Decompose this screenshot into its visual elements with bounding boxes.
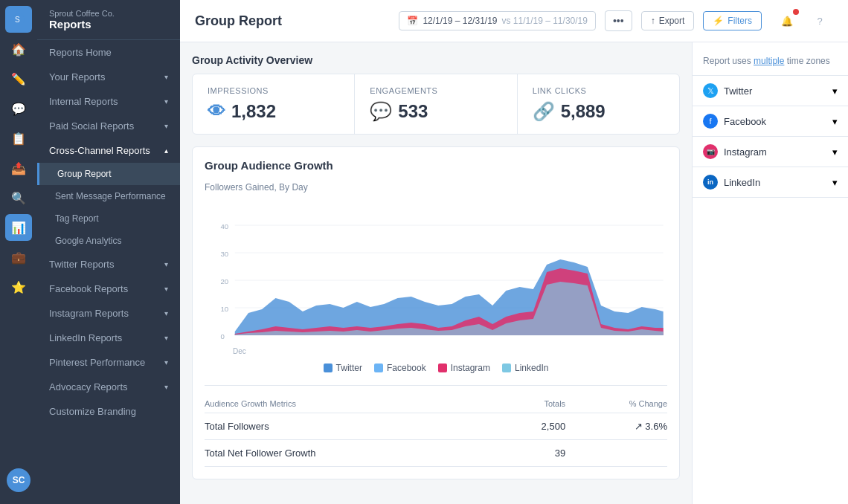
svg-text:18: 18 [462, 342, 469, 343]
link-clicks-value: 🔗 5,889 [533, 101, 664, 122]
sidebar-item-advocacy-reports[interactable]: Advocacy Reports ▾ [37, 375, 180, 399]
chart-legend: Twitter Facebook Instagram LinkedIn [205, 363, 667, 373]
legend-dot-facebook [374, 364, 383, 372]
svg-text:25: 25 [557, 342, 565, 343]
chevron-icon: ▾ [832, 146, 838, 158]
rail-publish-icon[interactable]: 📤 [5, 155, 32, 181]
export-icon: ↑ [651, 16, 655, 26]
rail-compose-icon[interactable]: ✏️ [5, 65, 32, 92]
audience-metrics-section: Audience Growth Metrics Totals % Change … [205, 385, 667, 467]
chevron-icon: ▾ [164, 122, 168, 130]
rail-reports-icon[interactable]: 📊 [5, 214, 32, 241]
sidebar-item-reports-home[interactable]: Reports Home [37, 40, 180, 65]
network-row-instagram[interactable]: 📷 Instagram ▾ [693, 137, 848, 167]
sidebar-item-paid-social-reports[interactable]: Paid Social Reports ▾ [37, 114, 180, 138]
legend-twitter: Twitter [324, 363, 362, 373]
date-range-text: 12/1/19 – 12/31/19 [423, 16, 497, 26]
sidebar-item-internal-reports[interactable]: Internal Reports ▾ [37, 89, 180, 114]
rail-listen-icon[interactable]: 🔍 [5, 184, 32, 211]
sidebar-item-your-reports[interactable]: Your Reports ▾ [37, 65, 180, 89]
rail-inbox-icon[interactable]: 💬 [5, 95, 32, 122]
engagements-value: 💬 533 [370, 101, 501, 122]
linkedin-name: LinkedIn [724, 177, 760, 188]
more-options-button[interactable]: ••• [605, 10, 632, 31]
svg-text:16: 16 [434, 342, 442, 343]
link-clicks-icon: 🔗 [533, 101, 555, 122]
svg-text:30: 30 [220, 251, 228, 258]
table-header-row: Audience Growth Metrics Totals % Change [205, 395, 667, 413]
svg-text:21: 21 [503, 342, 510, 343]
rail-home-icon[interactable]: 🏠 [5, 36, 32, 62]
overview-section: Group Activity Overview Impressions 👁 1,… [192, 54, 680, 135]
sidebar-sub-item-tag-report[interactable]: Tag Report [37, 207, 180, 230]
row-total-followers-change: ↗ 3.6% [565, 413, 667, 440]
network-row-linkedin[interactable]: in LinkedIn ▾ [693, 167, 848, 198]
timezone-notice: Report uses multiple time zones [693, 50, 848, 76]
svg-text:6: 6 [301, 342, 305, 343]
svg-text:28: 28 [597, 342, 605, 343]
sidebar-item-facebook-reports[interactable]: Facebook Reports ▾ [37, 277, 180, 301]
chevron-icon: ▾ [832, 116, 838, 127]
svg-text:4: 4 [274, 342, 277, 343]
network-row-facebook[interactable]: f Facebook ▾ [693, 106, 848, 137]
impressions-value: 👁 1,832 [208, 101, 339, 122]
svg-text:3: 3 [260, 342, 264, 343]
svg-text:29: 29 [611, 342, 618, 343]
metrics-row: Impressions 👁 1,832 Engagements 💬 533 [192, 74, 680, 135]
rail-business-icon[interactable]: 💼 [5, 244, 32, 271]
linkedin-icon: in [703, 175, 718, 190]
chevron-icon: ▾ [832, 85, 838, 97]
svg-text:31: 31 [638, 342, 646, 343]
col-header-totals: Totals [501, 395, 565, 413]
chevron-icon: ▾ [164, 285, 168, 293]
legend-linkedin: LinkedIn [502, 363, 548, 373]
rail-tasks-icon[interactable]: 📋 [5, 125, 32, 152]
row-net-growth-change [565, 440, 667, 467]
table-row: Total Net Follower Growth 39 [205, 440, 667, 467]
sidebar-item-cross-channel-reports[interactable]: Cross-Channel Reports ▴ [37, 138, 180, 163]
top-bar: Group Report 📅 12/1/19 – 12/31/19 vs 11/… [180, 0, 848, 42]
icon-rail: S 🏠 ✏️ 💬 📋 📤 🔍 📊 💼 ⭐ SC [0, 0, 37, 504]
svg-text:11: 11 [367, 342, 374, 343]
date-range-button[interactable]: 📅 12/1/19 – 12/31/19 vs 11/1/19 – 11/30/… [399, 11, 596, 30]
svg-text:8: 8 [328, 342, 332, 343]
rail-logo-icon[interactable]: S [5, 6, 32, 33]
sidebar-sub-item-group-report[interactable]: Group Report [37, 163, 180, 185]
engagements-metric: Engagements 💬 533 [355, 74, 517, 134]
svg-text:24: 24 [543, 342, 550, 343]
sidebar-item-twitter-reports[interactable]: Twitter Reports ▾ [37, 252, 180, 277]
row-net-growth-value: 39 [501, 440, 565, 467]
sidebar-item-customize-branding[interactable]: Customize Branding [37, 399, 180, 424]
overview-title: Group Activity Overview [192, 54, 680, 66]
svg-text:10: 10 [220, 306, 228, 313]
svg-text:30: 30 [625, 342, 632, 343]
row-total-followers-value: 2,500 [501, 413, 565, 440]
multiple-timezones-link[interactable]: multiple [754, 56, 784, 66]
notification-bell[interactable]: 🔔 [774, 7, 800, 34]
main-panel: Group Activity Overview Impressions 👁 1,… [180, 42, 692, 504]
filters-button[interactable]: ⚡ Filters [703, 11, 762, 30]
engagements-label: Engagements [370, 86, 501, 95]
audience-metrics-table: Audience Growth Metrics Totals % Change … [205, 395, 667, 467]
twitter-icon: 𝕏 [703, 83, 718, 98]
user-avatar[interactable]: SC [7, 468, 30, 492]
network-row-twitter[interactable]: 𝕏 Twitter ▾ [693, 76, 848, 106]
chevron-icon: ▾ [164, 97, 168, 106]
sidebar-sub-item-sent-message[interactable]: Sent Message Performance [37, 185, 180, 207]
chart-container: 0 10 20 30 40 [205, 201, 667, 350]
legend-facebook: Facebook [374, 363, 426, 373]
twitter-name: Twitter [724, 85, 752, 97]
svg-text:5: 5 [287, 342, 291, 343]
sidebar-item-pinterest-performance[interactable]: Pinterest Performance ▾ [37, 350, 180, 375]
sidebar-title: Reports [49, 18, 168, 30]
sidebar-item-instagram-reports[interactable]: Instagram Reports ▾ [37, 301, 180, 326]
help-button[interactable]: ? [806, 7, 833, 34]
svg-text:22: 22 [516, 342, 524, 343]
sidebar-sub-item-google-analytics[interactable]: Google Analytics [37, 230, 180, 252]
sidebar-item-linkedin-reports[interactable]: LinkedIn Reports ▾ [37, 326, 180, 350]
calendar-icon: 📅 [407, 16, 418, 26]
svg-text:13: 13 [394, 342, 402, 343]
rail-apps-icon[interactable]: ⭐ [5, 274, 32, 300]
chevron-icon: ▾ [832, 177, 838, 188]
export-button[interactable]: ↑ Export [641, 11, 695, 30]
